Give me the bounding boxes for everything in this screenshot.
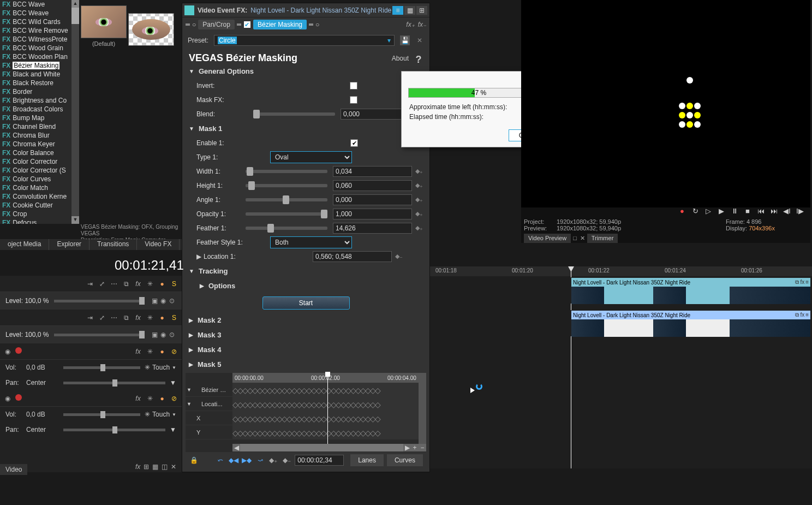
track-trim-icon[interactable]: ⧉ <box>122 280 130 288</box>
featherstyle1-select[interactable]: Both <box>270 236 352 248</box>
clip1-trim-icon[interactable]: ⧉ <box>795 279 799 286</box>
track-min-icon[interactable]: ⇥ <box>86 280 94 288</box>
track2-fx-icon[interactable]: fx <box>134 313 142 322</box>
kf-hscroll-right-icon[interactable]: ▶ <box>403 444 411 451</box>
width1-kf-icon[interactable]: ◆₊ <box>415 168 423 175</box>
kf-next-icon[interactable]: ▶◆ <box>242 455 252 466</box>
fx-list-scrollbar[interactable]: ▲ ▼ <box>71 0 79 224</box>
timeline-clip-1[interactable]: Night Lovell - Dark Light Nissan 350Z Ni… <box>571 277 811 304</box>
feather1-kf-icon[interactable]: ◆₊ <box>415 224 423 232</box>
opacity1-slider[interactable] <box>246 212 327 216</box>
vol-slider[interactable] <box>63 366 140 369</box>
track2-more-icon[interactable]: ⋯ <box>110 313 118 322</box>
opacity1-input[interactable] <box>333 209 412 219</box>
fx-item-color-corrector-s[interactable]: FXColor Corrector (S <box>0 166 68 175</box>
next-frame-icon[interactable]: Ⅰ▶ <box>795 206 805 216</box>
height1-input[interactable] <box>333 180 412 191</box>
tab-explorer[interactable]: Explorer <box>49 239 89 250</box>
enable1-checkbox[interactable]: ✔ <box>350 139 358 147</box>
kf-row-1[interactable]: ▼Locati... <box>186 397 232 411</box>
bottom-snap-icon[interactable]: ⊞ <box>144 463 149 471</box>
track2-mute-icon[interactable]: ● <box>158 313 166 322</box>
kf-playhead[interactable] <box>327 373 328 444</box>
bottom-thumb-icon[interactable]: ▦ <box>152 463 158 471</box>
kf-hscroll-thumb[interactable] <box>240 444 403 451</box>
section-tracking[interactable]: ▼Tracking <box>189 264 423 278</box>
about-link[interactable]: About <box>392 55 409 62</box>
angle1-slider[interactable] <box>246 198 327 201</box>
track-mute-icon[interactable]: ● <box>158 280 166 288</box>
angle1-input[interactable] <box>333 194 412 205</box>
prev-frame-icon[interactable]: ◀Ⅰ <box>782 206 792 216</box>
track-solo-icon[interactable]: S <box>170 280 178 288</box>
track2-max-icon[interactable]: ⤢ <box>98 313 106 322</box>
track-rec-icon[interactable]: ⊙ <box>168 296 176 305</box>
maskfx-checkbox[interactable] <box>350 96 357 104</box>
track-comp-icon[interactable]: ▣ <box>150 296 159 305</box>
track2-rec-icon[interactable]: ⊙ <box>168 330 176 339</box>
track-max-icon[interactable]: ⤢ <box>98 280 106 288</box>
tab-video[interactable]: Video <box>0 464 27 475</box>
fx-item-color-balance[interactable]: FXColor Balance <box>0 148 68 157</box>
level-slider[interactable] <box>54 300 145 302</box>
main-timeline[interactable]: 00:01:1800:01:2000:01:2200:01:2400:01:26… <box>430 266 812 468</box>
clip1-more-icon[interactable]: ≡ <box>805 279 809 286</box>
pause-icon[interactable]: ⏸ <box>730 206 739 216</box>
vol2-slider[interactable] <box>63 413 140 416</box>
chain-bezier-checkbox[interactable]: ✔ <box>243 21 251 28</box>
invert-checkbox[interactable] <box>350 82 357 90</box>
timeline-clip-2[interactable]: Night Lovell - Dark Light Nissan 350Z Ni… <box>571 310 811 336</box>
view-list-icon[interactable]: ≡ <box>392 6 403 15</box>
clip2-trim-icon[interactable]: ⧉ <box>795 312 799 318</box>
arm-record2-icon[interactable] <box>15 394 22 401</box>
height1-kf-icon[interactable]: ◆₊ <box>415 182 423 189</box>
section-tracking-options[interactable]: ▶Options <box>189 278 423 293</box>
play-icon[interactable]: ▶ <box>717 206 726 216</box>
kf-row-3[interactable]: Y <box>186 425 232 439</box>
kf-hscroll-left-icon[interactable]: ◀ <box>232 444 240 451</box>
fx-item-defocus[interactable]: FXDefocus <box>0 218 68 224</box>
feather1-input[interactable] <box>333 223 412 234</box>
fx-item-chroma-blur[interactable]: FXChroma Blur <box>0 131 68 140</box>
tab-pin-icon[interactable]: □ <box>572 234 578 243</box>
play-from-start-icon[interactable]: ▷ <box>703 206 713 216</box>
fx-item-bcc-wooden-plan[interactable]: FXBCC Wooden Plan <box>0 52 68 61</box>
fx-item-crop[interactable]: FXCrop <box>0 210 68 218</box>
pan2-slider[interactable] <box>63 429 165 431</box>
fx-item-bcc-weave[interactable]: FXBCC Weave <box>0 9 68 17</box>
fx-item-black-and-white[interactable]: FXBlack and White <box>0 70 68 79</box>
go-end-icon[interactable]: ⏭ <box>769 206 779 216</box>
tracking-start-button[interactable]: Start <box>262 296 350 310</box>
section-mask5[interactable]: ▶Mask 5 <box>189 357 423 372</box>
fx-item-b-zier-masking[interactable]: FXBézier Masking <box>0 61 68 70</box>
chain-bezier-masking[interactable]: Bézier Masking <box>253 20 307 29</box>
preset-thumb-default[interactable]: (Default) <box>81 5 127 47</box>
clip2-more-icon[interactable]: ≡ <box>805 312 809 318</box>
level2-slider[interactable] <box>54 334 145 336</box>
arm-record-icon[interactable] <box>15 347 22 354</box>
help-icon[interactable]: ? <box>414 54 423 63</box>
automation-mode[interactable]: ✳ Touch ▼ <box>145 363 176 372</box>
scroll-down-icon[interactable]: ▼ <box>71 216 79 224</box>
track2-automation-icon[interactable]: ✳ <box>146 313 154 322</box>
go-start-icon[interactable]: ⏮ <box>756 206 766 216</box>
tab-transitions[interactable]: Transitions <box>89 239 137 250</box>
kf-time-input[interactable] <box>295 455 344 466</box>
fx-item-cookie-cutter[interactable]: FXCookie Cutter <box>0 201 68 210</box>
kf-lanes-button[interactable]: Lanes <box>350 454 384 466</box>
fx-item-color-curves[interactable]: FXColor Curves <box>0 175 68 183</box>
kf-curves-button[interactable]: Curves <box>387 454 423 466</box>
pan-slider[interactable] <box>63 382 165 384</box>
width1-input[interactable] <box>333 166 412 177</box>
fx-item-bcc-witnessprote[interactable]: FXBCC WitnessProte <box>0 35 68 44</box>
chain-pan-crop[interactable]: Pan/Crop <box>198 20 235 29</box>
track-auto-icon[interactable]: ◉ <box>159 296 168 305</box>
location1-kf-icon[interactable]: ◆₋ <box>395 253 403 260</box>
scroll-up-icon[interactable]: ▲ <box>71 0 79 8</box>
orientation-widget[interactable] <box>678 76 701 130</box>
track2-solo-icon[interactable]: S <box>170 313 178 322</box>
fx-item-border[interactable]: FXBorder <box>0 87 68 96</box>
fx-item-color-corrector[interactable]: FXColor Corrector <box>0 157 68 166</box>
fx-item-channel-blend[interactable]: FXChannel Blend <box>0 122 68 131</box>
kf-lock-icon[interactable]: 🔒 <box>189 455 199 466</box>
